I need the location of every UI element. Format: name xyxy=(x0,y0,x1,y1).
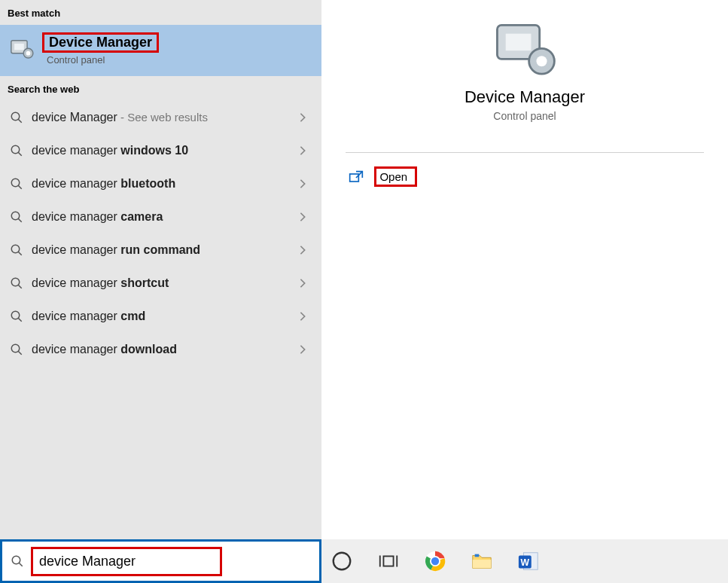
web-suggestion-item[interactable]: device manager bluetooth xyxy=(0,167,321,200)
svg-rect-29 xyxy=(383,556,393,566)
search-input-highlight xyxy=(31,547,222,576)
svg-rect-21 xyxy=(506,33,532,50)
svg-line-15 xyxy=(18,285,22,288)
web-suggestion-item[interactable]: device manager shortcut xyxy=(0,267,321,300)
web-suggestion-item[interactable]: device manager windows 10 xyxy=(0,134,321,167)
svg-rect-34 xyxy=(473,560,491,568)
svg-rect-35 xyxy=(475,554,480,557)
web-suggestions-list: device Manager - See web resultsdevice m… xyxy=(0,101,321,366)
search-results-pane: Best match Device Manager Control panel … xyxy=(0,0,321,539)
web-suggestion-label: device manager run command xyxy=(32,243,290,257)
search-icon xyxy=(9,143,24,158)
svg-point-6 xyxy=(11,145,20,154)
svg-point-18 xyxy=(11,344,20,353)
best-match-subtitle: Control panel xyxy=(42,54,159,66)
svg-point-27 xyxy=(334,553,351,570)
web-suggestion-label: device manager download xyxy=(32,343,290,356)
svg-point-8 xyxy=(11,179,20,187)
web-suggestion-label: device manager camera xyxy=(32,210,290,224)
chevron-right-icon xyxy=(297,212,308,222)
svg-text:W: W xyxy=(521,557,530,568)
svg-line-26 xyxy=(19,563,23,566)
start-search-box[interactable] xyxy=(0,539,321,583)
svg-point-12 xyxy=(11,245,20,253)
web-suggestion-label: device manager shortcut xyxy=(32,276,290,290)
web-suggestion-item[interactable]: device Manager - See web results xyxy=(0,101,321,134)
chevron-right-icon xyxy=(297,311,308,322)
web-suggestion-item[interactable]: device manager camera xyxy=(0,200,321,234)
word-icon[interactable]: W xyxy=(516,548,541,574)
svg-rect-1 xyxy=(14,44,24,50)
web-suggestion-label: device manager cmd xyxy=(32,310,290,323)
svg-point-4 xyxy=(11,112,20,121)
device-manager-large-icon xyxy=(491,18,559,78)
search-web-header: Search the web xyxy=(0,76,321,101)
device-manager-icon xyxy=(9,36,35,62)
best-match-texts: Device Manager Control panel xyxy=(42,32,159,66)
detail-pane: Device Manager Control panel Open xyxy=(321,0,728,539)
svg-point-23 xyxy=(536,56,547,66)
detail-subtitle: Control panel xyxy=(493,110,556,122)
search-icon xyxy=(9,342,24,357)
search-icon xyxy=(9,243,24,258)
svg-line-7 xyxy=(18,152,22,156)
search-icon xyxy=(9,110,24,125)
search-icon xyxy=(10,554,25,569)
chrome-icon[interactable] xyxy=(422,548,448,574)
svg-point-14 xyxy=(11,278,20,286)
web-suggestion-item[interactable]: device manager download xyxy=(0,333,321,366)
svg-point-16 xyxy=(11,311,20,319)
search-icon xyxy=(9,309,24,324)
chevron-right-icon xyxy=(297,145,308,156)
file-explorer-icon[interactable] xyxy=(469,548,495,574)
chevron-right-icon xyxy=(297,179,308,189)
svg-point-3 xyxy=(26,51,31,56)
svg-line-17 xyxy=(18,318,22,322)
taskbar: W xyxy=(321,539,728,583)
open-action[interactable]: Open xyxy=(346,153,703,200)
svg-line-11 xyxy=(18,218,22,222)
web-suggestion-label: device manager windows 10 xyxy=(32,144,290,157)
search-input[interactable] xyxy=(36,551,217,572)
svg-line-5 xyxy=(18,119,22,123)
chevron-right-icon xyxy=(297,344,308,355)
svg-line-9 xyxy=(18,185,22,189)
svg-line-13 xyxy=(18,252,22,255)
chevron-right-icon xyxy=(297,245,308,255)
search-icon xyxy=(9,176,24,191)
web-suggestion-item[interactable]: device manager cmd xyxy=(0,300,321,333)
search-icon xyxy=(9,276,24,291)
svg-rect-24 xyxy=(350,173,359,181)
open-label: Open xyxy=(374,166,417,187)
search-icon xyxy=(9,209,24,224)
web-suggestion-label: device manager bluetooth xyxy=(32,177,290,191)
open-icon xyxy=(349,170,364,184)
best-match-title: Device Manager xyxy=(42,32,159,53)
chevron-right-icon xyxy=(297,112,308,123)
detail-title: Device Manager xyxy=(465,87,585,107)
svg-point-25 xyxy=(12,556,20,564)
task-view-icon[interactable] xyxy=(376,548,401,574)
best-match-item[interactable]: Device Manager Control panel xyxy=(0,25,321,76)
svg-point-10 xyxy=(11,212,20,220)
best-match-header: Best match xyxy=(0,0,321,25)
web-suggestion-label: device Manager - See web results xyxy=(32,111,290,124)
chevron-right-icon xyxy=(297,278,308,288)
cortana-icon[interactable] xyxy=(329,548,355,574)
web-suggestion-item[interactable]: device manager run command xyxy=(0,234,321,267)
svg-line-19 xyxy=(18,351,22,355)
